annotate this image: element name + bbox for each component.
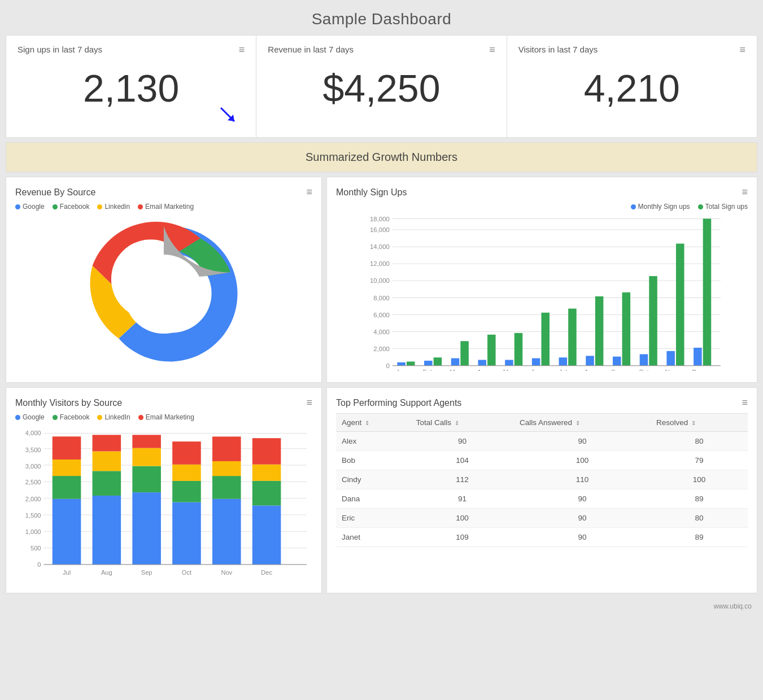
svg-rect-78: [53, 499, 81, 565]
stat-card-revenue: Revenue in last 7 days ≡ $4,250: [256, 36, 507, 137]
stat-value-revenue: $4,250: [268, 66, 495, 110]
svg-text:Jan: Jan: [396, 369, 406, 371]
svg-rect-97: [212, 436, 241, 461]
svg-text:Aug: Aug: [101, 569, 112, 576]
donut-chart: [15, 215, 312, 373]
svg-rect-39: [613, 357, 621, 366]
svg-rect-91: [172, 481, 201, 502]
stat-menu-visitors[interactable]: ≡: [739, 45, 745, 55]
svg-text:8,000: 8,000: [373, 295, 390, 301]
svg-rect-93: [172, 441, 201, 465]
svg-rect-40: [622, 292, 631, 366]
svg-text:Jun: Jun: [531, 369, 541, 371]
monthly-signups-chart: 0 2,000 4,000 6,000 8,000 10,000 12,000 …: [336, 213, 748, 371]
svg-text:3,000: 3,000: [25, 463, 41, 470]
svg-rect-86: [132, 492, 161, 565]
agents-table: Agent ⇕ Total Calls ⇕ Calls Answered ⇕ R…: [336, 413, 748, 547]
stat-label-visitors: Visitors in last 7 days: [518, 45, 598, 54]
svg-text:Jul: Jul: [559, 369, 568, 371]
svg-rect-37: [586, 356, 594, 365]
svg-rect-32: [515, 333, 523, 366]
svg-rect-89: [132, 435, 161, 448]
down-arrow-icon: [216, 103, 239, 128]
svg-rect-24: [407, 362, 415, 366]
svg-rect-35: [559, 357, 568, 365]
svg-rect-85: [93, 435, 121, 451]
table-row: Dana919089: [336, 489, 748, 509]
svg-rect-80: [53, 460, 81, 476]
svg-rect-33: [532, 358, 540, 366]
svg-rect-87: [132, 466, 161, 493]
svg-rect-46: [703, 218, 712, 365]
svg-rect-27: [451, 358, 460, 366]
svg-rect-92: [172, 465, 201, 481]
svg-text:Oct: Oct: [639, 369, 649, 371]
svg-rect-96: [212, 461, 241, 476]
svg-text:Sep: Sep: [141, 569, 152, 576]
svg-text:0: 0: [37, 561, 41, 568]
svg-text:Jul: Jul: [63, 569, 71, 576]
page-title: Sample Dashboard: [0, 0, 763, 35]
revenue-chart-title: Revenue By Source: [15, 187, 95, 198]
svg-rect-29: [478, 360, 486, 366]
svg-text:2,000: 2,000: [25, 496, 41, 502]
svg-text:12,000: 12,000: [370, 260, 390, 267]
svg-text:14,000: 14,000: [370, 243, 390, 250]
svg-rect-83: [93, 471, 121, 496]
svg-text:2,000: 2,000: [373, 345, 390, 352]
signups-chart-title: Monthly Sign Ups: [336, 187, 407, 198]
svg-rect-100: [252, 465, 281, 481]
stat-label-revenue: Revenue in last 7 days: [268, 45, 354, 54]
svg-text:1,500: 1,500: [25, 512, 41, 519]
svg-rect-81: [53, 436, 81, 460]
stat-value-signups: 2,130: [18, 66, 245, 110]
agents-table-title: Top Performing Support Agents: [336, 398, 461, 408]
svg-rect-90: [172, 502, 201, 565]
svg-text:16,000: 16,000: [370, 226, 390, 233]
svg-text:Sep: Sep: [611, 369, 622, 371]
svg-rect-34: [541, 313, 550, 366]
svg-rect-23: [397, 362, 406, 366]
table-row: Cindy112110100: [336, 470, 748, 489]
svg-text:Aug: Aug: [584, 369, 595, 371]
signups-chart-menu[interactable]: ≡: [742, 186, 748, 198]
svg-rect-79: [53, 476, 81, 499]
stat-card-signups: Sign ups in last 7 days ≡ 2,130: [6, 36, 256, 137]
svg-text:2,500: 2,500: [25, 479, 41, 485]
monthly-signups-panel: Monthly Sign Ups ≡ Monthly Sign ups Tota…: [326, 177, 757, 383]
footer: www.ubiq.co: [0, 598, 763, 615]
table-row: Bob10410079: [336, 451, 748, 470]
svg-text:Mar: Mar: [450, 369, 461, 371]
svg-rect-25: [424, 361, 433, 366]
visitors-chart-title: Monthly Visitors by Source: [15, 398, 122, 408]
col-total-calls: Total Calls ⇕: [411, 414, 514, 432]
visitors-legend: Google Facebook LinkedIn Email Marketing: [15, 413, 312, 421]
svg-point-2: [124, 255, 203, 334]
signups-legend: Monthly Sign ups Total Sign ups: [336, 203, 748, 211]
svg-text:May: May: [503, 369, 516, 371]
svg-rect-82: [93, 496, 121, 565]
agents-table-menu[interactable]: ≡: [742, 397, 748, 409]
table-row: Eric1009080: [336, 509, 748, 528]
svg-rect-88: [132, 448, 161, 466]
svg-text:Dec: Dec: [261, 569, 272, 576]
revenue-legend: Google Facebook Linkedin Email Marketing: [15, 203, 312, 211]
svg-text:Apr: Apr: [477, 369, 487, 371]
monthly-visitors-panel: Monthly Visitors by Source ≡ Google Face…: [6, 387, 322, 593]
stat-menu-signups[interactable]: ≡: [239, 45, 245, 55]
revenue-chart-menu[interactable]: ≡: [306, 186, 312, 198]
svg-rect-31: [505, 360, 513, 366]
revenue-by-source-panel: Revenue By Source ≡ Google Facebook Link…: [6, 177, 322, 383]
stat-menu-revenue[interactable]: ≡: [489, 45, 495, 55]
svg-text:Feb: Feb: [422, 369, 434, 371]
svg-text:1,000: 1,000: [25, 528, 41, 535]
svg-rect-98: [252, 505, 281, 565]
col-agent: Agent ⇕: [336, 414, 411, 432]
svg-text:Dec: Dec: [692, 369, 704, 371]
svg-text:Nov: Nov: [665, 369, 677, 371]
visitors-chart-menu[interactable]: ≡: [306, 397, 312, 409]
svg-text:4,000: 4,000: [373, 329, 390, 335]
svg-rect-44: [676, 244, 684, 366]
svg-rect-101: [252, 438, 281, 465]
svg-rect-38: [595, 296, 604, 366]
